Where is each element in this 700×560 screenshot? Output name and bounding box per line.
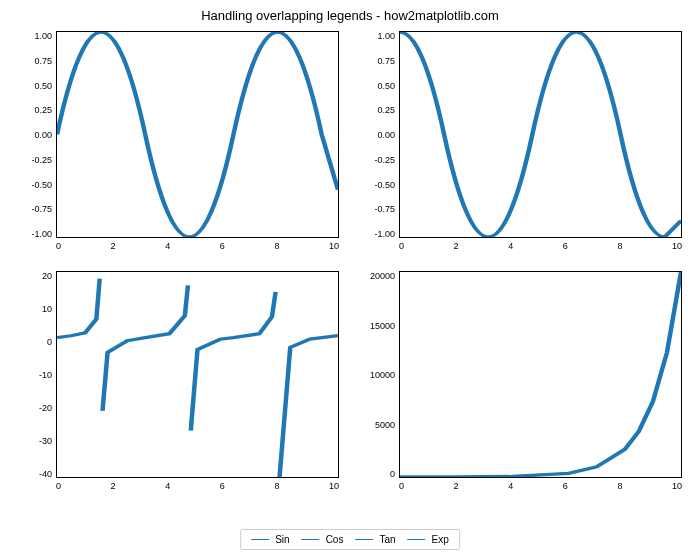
plot-exp	[399, 271, 682, 478]
legend-swatch-icon	[355, 539, 373, 540]
xticks-cos: 0 2 4 6 8 10	[399, 238, 682, 253]
yticks-cos: 1.00 0.75 0.50 0.25 0.00 -0.25 -0.50 -0.…	[361, 31, 399, 253]
cos-curve	[400, 32, 681, 237]
exp-curve	[400, 272, 681, 477]
yticks-tan: 20 10 0 -10 -20 -30 -40	[18, 271, 56, 493]
plot-cos	[399, 31, 682, 238]
legend-label: Tan	[379, 534, 395, 545]
subplot-tan: 20 10 0 -10 -20 -30 -40 0 2 4 6	[18, 271, 339, 493]
legend-item-exp: Exp	[408, 534, 449, 545]
subplot-exp: 20000 15000 10000 5000 0 0 2 4 6 8 10	[361, 271, 682, 493]
yticks-exp: 20000 15000 10000 5000 0	[361, 271, 399, 493]
tan-curve	[57, 272, 338, 477]
legend-swatch-icon	[251, 539, 269, 540]
legend-label: Cos	[326, 534, 344, 545]
xticks-exp: 0 2 4 6 8 10	[399, 478, 682, 493]
subplot-cos: 1.00 0.75 0.50 0.25 0.00 -0.25 -0.50 -0.…	[361, 31, 682, 253]
legend-swatch-icon	[408, 539, 426, 540]
sin-curve	[57, 32, 338, 237]
legend: Sin Cos Tan Exp	[240, 529, 460, 550]
legend-swatch-icon	[302, 539, 320, 540]
legend-label: Exp	[432, 534, 449, 545]
legend-item-cos: Cos	[302, 534, 344, 545]
page-title: Handling overlapping legends - how2matpl…	[0, 0, 700, 23]
legend-item-sin: Sin	[251, 534, 289, 545]
plot-sin	[56, 31, 339, 238]
xticks-sin: 0 2 4 6 8 10	[56, 238, 339, 253]
yticks-sin: 1.00 0.75 0.50 0.25 0.00 -0.25 -0.50 -0.…	[18, 31, 56, 253]
subplot-sin: 1.00 0.75 0.50 0.25 0.00 -0.25 -0.50 -0.…	[18, 31, 339, 253]
xticks-tan: 0 2 4 6 8 10	[56, 478, 339, 493]
legend-item-tan: Tan	[355, 534, 395, 545]
subplot-grid: 1.00 0.75 0.50 0.25 0.00 -0.25 -0.50 -0.…	[0, 23, 700, 493]
legend-label: Sin	[275, 534, 289, 545]
plot-tan	[56, 271, 339, 478]
